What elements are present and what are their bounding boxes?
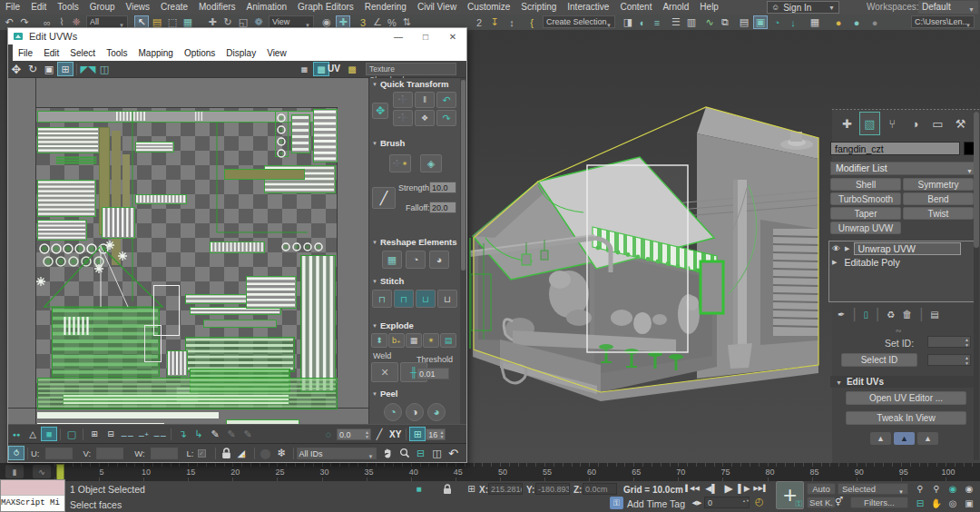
zoom-extents-all-icon[interactable]: ◉ [962,482,976,495]
menu-interactive[interactable]: Interactive [562,0,614,15]
layer-manager-icon[interactable]: ☰ [669,15,683,29]
filters-button[interactable]: Filters... [850,497,908,508]
uvw-menu-display[interactable]: Display [220,48,261,58]
object-name-field[interactable] [830,142,960,155]
align-vertical-icon[interactable]: ‖ [415,92,435,108]
freeform-mode-icon[interactable]: ⊞ [57,62,74,76]
y-coord-field[interactable]: -180.893cm [535,483,570,495]
align-pivot-icon[interactable]: ✥ [372,103,388,119]
uvw-menu-select[interactable]: Select [64,48,101,58]
falloff-field[interactable]: 20.0 [429,202,456,213]
stack-item-unwrap-uvw[interactable]: 👁▶Unwrap UVW [829,241,977,255]
render-teapot1-icon[interactable]: ● [831,15,846,29]
selection-filter-dropdown[interactable]: All▼ [86,15,128,28]
brush-falloff-icon[interactable]: ╱ [372,187,396,209]
uvw-menu-edit[interactable]: Edit [38,48,64,58]
time-slider[interactable] [56,464,64,480]
peel-pelt-icon[interactable]: ◔ [384,403,402,421]
space-diamond-icon[interactable]: ❖ [415,110,435,126]
falloff-curve-icon[interactable]: ╱ [371,427,387,441]
prev-frame-button[interactable]: ◀▌ [705,482,718,495]
ref-coord-dropdown[interactable]: View▼ [269,15,314,28]
hide-icon[interactable]: ⬤ [258,446,274,460]
menu-customize[interactable]: Customize [462,0,515,15]
flatten-custom-icon[interactable]: ⬍ [371,333,387,348]
menu-modifiers[interactable]: Modifiers [193,0,241,15]
modifier-button-shell[interactable]: Shell [830,178,901,191]
snap-2d-icon[interactable]: 2 [472,15,486,29]
uvw-menu-mapping[interactable]: Mapping [133,48,179,58]
grow-selection-icon[interactable]: ⊞ [86,427,103,441]
menu-arnold[interactable]: Arnold [657,0,694,15]
peel-reset-icon[interactable]: ◕ [427,403,446,421]
arc-rotate-icon[interactable]: ↶ [446,446,462,460]
brush-section[interactable]: ▼Brush [369,137,460,149]
go-to-start-button[interactable]: ▌◀◀ [686,482,699,495]
configure-modifier-sets-icon[interactable]: ▤ [930,310,938,320]
rotate-ccw-icon[interactable]: ↶ [436,92,456,108]
edge-mode-icon[interactable]: △ [24,427,41,441]
menu-edit[interactable]: Edit [25,0,52,15]
flatten-smoothing-icon[interactable]: ▦ [406,333,422,348]
flatten-mapping-icon[interactable]: ▤ [440,333,456,348]
modifier-button-twist[interactable]: Twist [903,207,974,220]
brush-dim-icon[interactable]: ✎ [223,427,240,441]
filter-faces-icon[interactable]: ◢● [235,446,251,460]
menu-animation[interactable]: Animation [241,0,292,15]
selection-lock-icon[interactable] [440,483,454,495]
stitch-section[interactable]: ▼Stitch [369,275,460,287]
stitch-custom-icon[interactable]: ⊓ [372,290,392,308]
paint-brush-icon[interactable]: ➕✴ [389,154,411,172]
explode-section[interactable]: ▼Explode [369,320,460,331]
pan-icon[interactable]: ✋ [929,497,944,509]
auto-key-big-button[interactable]: +⚿ [776,481,804,509]
edit-uvs-rollout-header[interactable]: ▼Edit UVs [830,376,975,388]
workspaces-dropdown[interactable]: Default▼ [918,1,978,14]
key-filter-dropdown[interactable]: Selected▼ [838,483,908,495]
select-id-field[interactable]: ▲▼ [927,354,971,366]
expand-icon[interactable]: ▶ [845,245,849,252]
add-time-tag[interactable]: Add Time Tag [627,498,685,509]
threshold-field[interactable]: 0.01 [416,368,449,379]
tweak-in-view-button[interactable]: Tweak In View [846,411,966,425]
menu-scripting[interactable]: Scripting [515,0,562,15]
select-element-icon[interactable]: ▢ [64,427,80,441]
uvw-panel-scrollbar[interactable] [460,78,466,424]
ribbon-toggle-icon[interactable]: ▥ [684,15,699,29]
scale-icon[interactable]: ▣ [41,62,57,76]
motion-tab[interactable]: ◑ [905,112,926,135]
grow-loop-icon[interactable]: ⚊+ [135,427,152,441]
close-button[interactable]: ✕ [439,32,466,42]
maximize-button[interactable]: □ [412,32,439,42]
zoom-extents-icon[interactable]: ◉ [946,482,960,495]
texture-checker-icon[interactable]: ▩ [344,62,360,76]
pan-hand-icon[interactable] [380,446,397,460]
soft-selection-field[interactable]: 0.0▲▼ [337,428,371,440]
set-id-field[interactable]: ▲▼ [927,336,971,348]
modifier-button-unwrap-uvw[interactable]: Unwrap UVW [830,222,901,234]
strength-field[interactable]: 10.0 [429,182,456,193]
peel-seams-icon[interactable]: ◑ [406,403,424,421]
open-uv-editor-button[interactable]: Open UV Editor ... [846,391,966,405]
snap-axis-icon[interactable]: ↕ [505,15,519,29]
stitch-source-icon[interactable]: ⊓ [394,290,414,308]
make-unique-icon[interactable]: ♻ [887,310,895,320]
key-filter-icon[interactable]: ▮ [5,465,24,478]
snap-pivot-icon[interactable]: ↧ [487,15,502,29]
grid-snap-icon[interactable]: ⊞ [409,427,426,441]
align-icon[interactable]: ≡ [650,15,664,29]
uv-arrow-button-2[interactable]: ▲ [894,432,915,445]
brush-dim2-icon[interactable]: ✎ [240,427,256,441]
flatten-polygon-icon[interactable]: b₊ [388,333,405,348]
flip-tool-icon[interactable]: ◐ [635,15,650,29]
edit-named-selections-icon[interactable]: { [524,15,539,29]
timeline-ruler[interactable]: 5101520253035404550556065707580859095100 [54,463,980,481]
relax-brush-icon[interactable]: ◈ [420,154,442,172]
uvw-menu-options[interactable]: Options [179,48,220,58]
next-frame-button[interactable]: ▌▶ [738,482,750,495]
select-loop-icon[interactable]: ⚊⚊ [119,427,135,441]
mirror-icon[interactable]: ◤◥ [80,62,96,76]
set-key-button[interactable]: Set K. [807,497,836,508]
flatten-material-icon[interactable]: ✴ [423,333,439,348]
lock-selection-icon[interactable] [219,446,235,460]
